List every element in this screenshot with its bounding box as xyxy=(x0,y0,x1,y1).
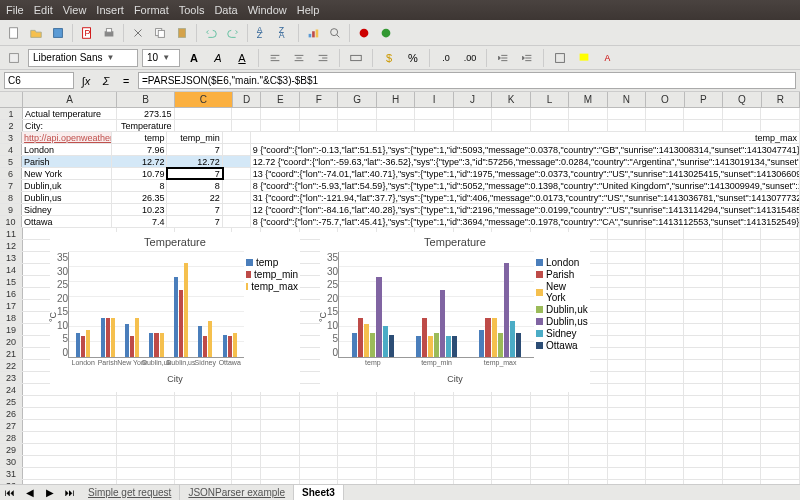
cell[interactable] xyxy=(261,120,299,131)
cell[interactable] xyxy=(454,396,492,407)
row-header-20[interactable]: 20 xyxy=(0,336,23,347)
row-header-4[interactable]: 4 xyxy=(0,144,22,155)
cell[interactable] xyxy=(492,396,530,407)
cell[interactable] xyxy=(723,240,761,251)
cell[interactable] xyxy=(300,396,338,407)
cell[interactable] xyxy=(492,456,530,467)
cell[interactable] xyxy=(608,324,646,335)
cell[interactable] xyxy=(608,276,646,287)
cell[interactable] xyxy=(761,468,799,479)
cell[interactable] xyxy=(761,336,799,347)
row-header-16[interactable]: 16 xyxy=(0,288,23,299)
cell[interactable] xyxy=(261,456,299,467)
cell[interactable]: 12.72 xyxy=(167,156,222,167)
cell[interactable] xyxy=(232,432,261,443)
cell[interactable] xyxy=(232,396,261,407)
cell[interactable] xyxy=(723,300,761,311)
cell[interactable] xyxy=(723,336,761,347)
fx-icon[interactable]: ∫x xyxy=(78,75,94,87)
row-header-8[interactable]: 8 xyxy=(0,192,22,203)
cell[interactable] xyxy=(723,468,761,479)
cell[interactable] xyxy=(175,468,233,479)
cell[interactable] xyxy=(723,456,761,467)
col-header-Q[interactable]: Q xyxy=(723,92,761,107)
cell[interactable] xyxy=(415,480,453,484)
cell[interactable] xyxy=(300,480,338,484)
cell[interactable]: http://api.openweathermap.org/data/2.5/w… xyxy=(22,132,112,143)
cell[interactable] xyxy=(761,348,799,359)
row-header-21[interactable]: 21 xyxy=(0,348,23,359)
cell[interactable] xyxy=(531,432,569,443)
cell[interactable]: 8 xyxy=(167,180,222,191)
cell[interactable] xyxy=(646,468,684,479)
cell[interactable] xyxy=(223,168,251,179)
cell[interactable] xyxy=(646,300,684,311)
align-center-icon[interactable] xyxy=(289,48,309,68)
cell[interactable] xyxy=(117,408,175,419)
cell[interactable] xyxy=(608,468,646,479)
borders-icon[interactable] xyxy=(550,48,570,68)
row-header-10[interactable]: 10 xyxy=(0,216,22,227)
row-header-5[interactable]: 5 xyxy=(0,156,22,167)
tab-prev-icon[interactable]: ◀ xyxy=(20,483,40,501)
cell[interactable]: 10.23 xyxy=(112,204,167,215)
cell[interactable] xyxy=(608,240,646,251)
cell[interactable] xyxy=(454,420,492,431)
cell[interactable] xyxy=(492,120,530,131)
row-header-14[interactable]: 14 xyxy=(0,264,23,275)
cell[interactable] xyxy=(761,396,799,407)
sheet-tab[interactable]: JSONParser example xyxy=(180,485,294,501)
cell[interactable] xyxy=(608,432,646,443)
cell[interactable] xyxy=(684,252,722,263)
cell[interactable] xyxy=(377,444,415,455)
spreadsheet-grid[interactable]: ABCDEFGHIJKLMNOPQR 1Actual temperature27… xyxy=(0,92,800,484)
cell[interactable] xyxy=(223,144,251,155)
cell[interactable]: Dublin,uk xyxy=(22,180,112,191)
cell[interactable] xyxy=(608,120,646,131)
menu-help[interactable]: Help xyxy=(297,4,320,16)
italic-icon[interactable]: A xyxy=(208,48,228,68)
cell[interactable] xyxy=(531,444,569,455)
ext1-icon[interactable] xyxy=(354,23,374,43)
cell[interactable] xyxy=(608,312,646,323)
cell[interactable] xyxy=(23,456,117,467)
cell[interactable] xyxy=(569,396,607,407)
cell[interactable] xyxy=(175,120,233,131)
menu-tools[interactable]: Tools xyxy=(179,4,205,16)
cell[interactable] xyxy=(684,120,722,131)
row-header-25[interactable]: 25 xyxy=(0,396,23,407)
cell[interactable] xyxy=(684,264,722,275)
indent-dec-icon[interactable] xyxy=(493,48,513,68)
cell[interactable] xyxy=(377,408,415,419)
cell[interactable] xyxy=(377,468,415,479)
cell[interactable] xyxy=(492,480,530,484)
col-header-E[interactable]: E xyxy=(261,92,299,107)
cell[interactable] xyxy=(117,420,175,431)
cell[interactable] xyxy=(454,468,492,479)
cell[interactable] xyxy=(261,408,299,419)
cell[interactable] xyxy=(684,240,722,251)
cell[interactable] xyxy=(300,468,338,479)
cell[interactable] xyxy=(338,120,376,131)
cell[interactable] xyxy=(684,312,722,323)
cell[interactable] xyxy=(761,228,799,239)
cell[interactable] xyxy=(646,252,684,263)
cell[interactable] xyxy=(761,252,799,263)
find-icon[interactable] xyxy=(325,23,345,43)
cell[interactable] xyxy=(723,348,761,359)
cell[interactable] xyxy=(377,456,415,467)
cell[interactable] xyxy=(175,444,233,455)
row-header-32[interactable]: 32 xyxy=(0,480,23,484)
cell[interactable] xyxy=(646,108,684,119)
cell[interactable] xyxy=(684,276,722,287)
cell[interactable] xyxy=(117,432,175,443)
col-header-N[interactable]: N xyxy=(608,92,646,107)
cell[interactable] xyxy=(492,468,530,479)
cell[interactable] xyxy=(338,408,376,419)
cell[interactable] xyxy=(569,468,607,479)
cell[interactable] xyxy=(232,456,261,467)
cell[interactable]: 10.79 xyxy=(112,168,167,179)
eq-icon[interactable]: = xyxy=(118,75,134,87)
cell[interactable] xyxy=(761,120,799,131)
cut-icon[interactable] xyxy=(128,23,148,43)
